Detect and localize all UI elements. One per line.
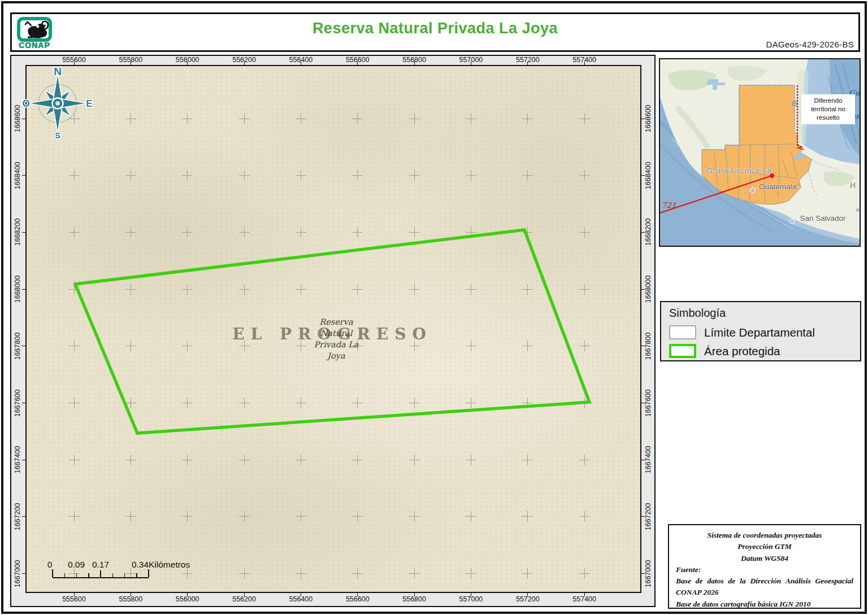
easting-tick-bottom <box>584 593 585 596</box>
scale-bar-tick <box>112 573 114 577</box>
legend-item-departmental: Límite Departamental <box>669 325 856 340</box>
northing-label-left: 1668200 <box>14 219 21 246</box>
projection-line: Proyección GTM <box>676 541 853 552</box>
scale-label-0: 0 <box>47 560 53 570</box>
northing-label-left: 1667600 <box>14 389 21 417</box>
road-number-label: 721 <box>662 200 676 210</box>
northing-tick-right <box>641 119 645 119</box>
northing-label-right: 1667200 <box>644 503 652 531</box>
belize-partial-label: B <box>792 99 797 108</box>
scale-bar: 0 0.09 0.17 0.34 Kilómetros <box>27 552 264 586</box>
northing-label-left: 1667800 <box>14 332 21 360</box>
easting-tick-bottom <box>131 593 131 596</box>
scale-bar-tick <box>52 569 53 577</box>
easting-label-bottom: 555600 <box>62 595 86 603</box>
northing-tick-right <box>641 346 645 346</box>
departmental-boundary-swatch <box>669 325 696 339</box>
map-sheet: CONAP Reserva Natural Privada La Joya DA… <box>0 0 868 615</box>
easting-tick-bottom <box>471 593 471 596</box>
crs-line: Sistema de coordenadas proyectadas <box>676 530 853 541</box>
compass-e-label: E <box>86 98 92 109</box>
northing-tick-right <box>641 573 645 574</box>
compass-s-label: S <box>55 130 60 140</box>
northing-label-right: 1668600 <box>644 105 652 133</box>
location-inset-map: B Diferendo territorial no resuelto Gu H… <box>659 58 861 247</box>
scale-label-009: 0.09 <box>68 560 85 570</box>
easting-label-bottom: 556000 <box>176 595 199 603</box>
legend-item-protected-area: Área protegida <box>669 344 856 359</box>
easting-label-bottom: 556400 <box>289 595 313 603</box>
easting-label-bottom: 557400 <box>572 595 596 603</box>
scale-bar-tick <box>64 573 66 577</box>
compass-n-label: N <box>54 66 62 77</box>
datum-line: Datum WGS84 <box>676 553 853 564</box>
northing-tick-right <box>641 175 645 176</box>
honduras-partial-label: H o <box>850 181 861 190</box>
source-label: Fuente: <box>676 564 853 575</box>
easting-tick-bottom <box>357 593 358 596</box>
easting-tick-bottom <box>74 593 75 596</box>
northing-label-right: 1668400 <box>644 162 652 189</box>
protected-area-swatch <box>669 344 696 358</box>
easting-label-bottom: 557000 <box>459 595 483 603</box>
easting-label-bottom: 555800 <box>119 595 142 603</box>
easting-tick-bottom <box>301 593 301 596</box>
compass-rose-icon: N E S O <box>20 66 95 141</box>
northing-label-right: 1668200 <box>644 219 652 246</box>
scale-bar-tick <box>148 569 149 577</box>
northing-label-right: 1668000 <box>644 276 652 303</box>
easting-tick-bottom <box>244 593 245 596</box>
northing-tick-right <box>641 460 645 460</box>
easting-label-bottom: 556600 <box>346 595 370 603</box>
legend: Simbología Límite Departamental Área pro… <box>660 301 861 361</box>
guatemala-country-label: Guatemala <box>706 165 775 175</box>
map-frame: 5556005556005558005558005560005560005562… <box>10 55 656 607</box>
territorial-disclaimer: Diferendo territorial no resuelto <box>801 94 855 124</box>
source-line-2: Base de datos cartografía básica IGN 201… <box>676 599 853 610</box>
northing-label-left: 1668400 <box>14 162 21 189</box>
northing-label-left: 1668000 <box>14 276 21 303</box>
source-line-1: Base de datos de la Dirección Análisis G… <box>676 575 853 599</box>
northing-tick-right <box>641 232 645 233</box>
easting-tick-bottom <box>527 593 528 596</box>
scale-unit-label: Kilómetros <box>149 560 190 570</box>
compass-o-label: O <box>22 98 29 109</box>
scale-bar-tick <box>76 573 77 577</box>
northing-label-right: 1667800 <box>644 332 652 360</box>
easting-label-bottom: 557200 <box>516 595 540 603</box>
northing-label-left: 1667200 <box>14 503 21 531</box>
northing-tick-right <box>641 516 645 517</box>
northing-label-right: 1667600 <box>644 389 652 417</box>
easting-label-bottom: 556800 <box>402 595 426 603</box>
northing-label-right: 1667400 <box>644 446 652 474</box>
conap-logo-text: CONAP <box>16 41 53 50</box>
northing-label-left: 1667400 <box>14 446 21 474</box>
scale-bar-tick <box>88 573 89 577</box>
scale-label-034: 0.34 <box>132 560 149 570</box>
legend-title: Simbología <box>669 307 726 320</box>
easting-label-bottom: 556200 <box>232 595 256 603</box>
scale-bar-tick <box>136 573 137 577</box>
easting-tick-bottom <box>187 593 188 596</box>
san-salvador-label: San Salvador <box>800 214 845 223</box>
scale-label-017: 0.17 <box>92 560 109 570</box>
northing-tick-right <box>641 403 645 403</box>
scale-bar-tick <box>100 570 101 577</box>
guatemala-city-label: Guatemala <box>759 182 796 191</box>
northing-label-right: 1667000 <box>644 560 652 587</box>
map-canvas: EL PROGRESO Reserva Natural Privada La J… <box>25 65 641 593</box>
header: CONAP Reserva Natural Privada La Joya DA… <box>10 12 860 52</box>
scale-bar-tick <box>124 573 125 577</box>
document-code: DAGeos-429-2026-BS <box>766 40 854 49</box>
reserve-name-label: Reserva Natural Privada La Joya <box>314 316 359 361</box>
northing-label-left: 1667000 <box>14 560 21 587</box>
easting-tick-bottom <box>414 593 415 596</box>
northing-tick-right <box>641 289 645 290</box>
credits-box: Sistema de coordenadas proyectadas Proye… <box>668 524 861 609</box>
page-title: Reserva Natural Privada La Joya <box>12 20 858 37</box>
scale-bar-ticks <box>53 569 149 578</box>
